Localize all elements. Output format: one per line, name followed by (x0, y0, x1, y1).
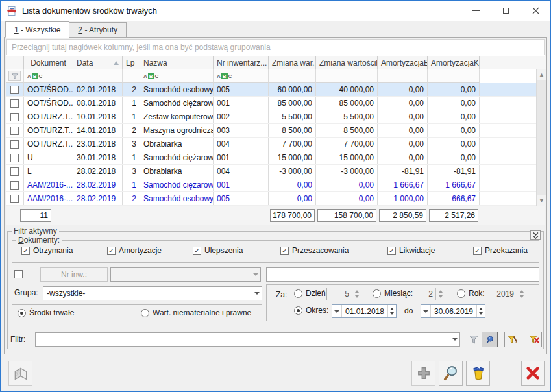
nr-inw-button[interactable]: Nr inw.: (40, 267, 108, 282)
cell-nr: 003 (214, 124, 269, 137)
document-type-checkbox-2[interactable]: Amortyzacje (107, 246, 162, 255)
table-row[interactable]: U30.01.20181Samochód ciężarowy00115 000,… (6, 151, 536, 165)
row-select-cell[interactable] (6, 165, 24, 178)
row-select-cell[interactable] (6, 97, 24, 110)
collapse-filter-button[interactable] (530, 230, 541, 240)
row-select-cell[interactable] (6, 178, 24, 191)
table-row[interactable]: OOT/URZ.T...23.01.20183Obrabiarka0047 70… (6, 138, 536, 151)
miesiac-spinner[interactable]: 2 (413, 288, 445, 300)
filtr-input[interactable] (36, 334, 450, 345)
calendar-dropdown-icon[interactable] (421, 305, 431, 317)
radio-dzien[interactable]: Dzień: (294, 289, 328, 298)
filter-cell-c9[interactable]: = (428, 69, 480, 83)
filter-cell-c5[interactable]: ABC (214, 69, 269, 83)
nr-inw-checkbox[interactable] (14, 270, 23, 278)
row-select-cell[interactable] (6, 83, 24, 96)
table-row[interactable]: AAM/2016-...28.02.20192Samochód osobowy … (6, 192, 536, 206)
row-checkbox[interactable] (10, 181, 19, 190)
table-row[interactable]: OOT/URZ.T...14.01.20182Maszyna ogrodnicz… (6, 124, 536, 138)
column-header-c8[interactable]: AmortyzacjaB (378, 56, 428, 69)
radio-miesiac[interactable]: Miesiąc: (373, 289, 413, 298)
row-select-cell[interactable] (6, 124, 24, 137)
filter-cell-c6[interactable]: = (269, 69, 316, 83)
document-type-checkbox-5[interactable]: Likwidacje (387, 246, 435, 255)
row-checkbox[interactable] (10, 140, 19, 149)
minimize-button[interactable] (461, 1, 491, 21)
row-select-cell[interactable] (6, 192, 24, 205)
group-by-bar[interactable]: Przeciągnij tutaj nagłówek kolumny, jeśl… (6, 39, 545, 55)
scroll-thumb[interactable] (537, 80, 546, 195)
row-filter-button[interactable] (6, 69, 24, 83)
table-row[interactable]: OOT/ŚROD...02.01.20182Samochód osobowy .… (6, 83, 536, 97)
edit-filter-button[interactable] (504, 332, 520, 347)
radio-wartosci-niematerialne[interactable]: Wart. niematerialne i prawne (141, 308, 251, 317)
book-button[interactable] (8, 361, 32, 386)
rok-spinner[interactable]: 2019 (489, 288, 526, 300)
cell-zmiana_b: 8 500,00 (269, 124, 316, 137)
filter-cell-c2[interactable]: = (73, 69, 123, 83)
row-checkbox[interactable] (10, 154, 19, 162)
table-row[interactable]: OOT/URZ.T...10.01.20181Zestaw komputerow… (6, 110, 536, 124)
maximize-button[interactable] (491, 1, 520, 21)
table-row[interactable]: AAM/2016-...28.02.20191Samochód ciężarow… (6, 178, 536, 192)
row-checkbox[interactable] (10, 86, 19, 94)
date-from-picker[interactable]: 01.01.2018 (332, 304, 397, 318)
filter-cell-c1[interactable]: ABC (24, 69, 73, 83)
column-header-c7[interactable]: Zmiana wartościK (316, 56, 378, 69)
clear-filter-button[interactable] (526, 332, 542, 347)
filter-cell-c7[interactable]: = (316, 69, 378, 83)
document-type-checkbox-1[interactable]: Otrzymania (21, 246, 73, 255)
table-row[interactable]: OOT/ŚROD...08.01.20181Samochód ciężarowy… (6, 97, 536, 110)
row-checkbox[interactable] (10, 167, 19, 176)
spinner-arrows-icon[interactable] (352, 288, 361, 300)
filter-cell-c3[interactable]: = (123, 69, 140, 83)
dzien-spinner[interactable]: 5 (326, 288, 361, 300)
nr-inw-combo[interactable] (110, 267, 261, 282)
row-checkbox[interactable] (10, 99, 19, 108)
scroll-down-icon[interactable]: ▼ (537, 195, 547, 206)
spinner-arrows-icon[interactable] (476, 305, 485, 317)
close-window-button[interactable] (520, 1, 550, 21)
row-select-cell[interactable] (6, 110, 24, 123)
tab-wszystkie[interactable]: 1 - Wszystkie (5, 21, 69, 38)
calendar-dropdown-icon[interactable] (332, 305, 342, 317)
spinner-arrows-icon[interactable] (387, 305, 396, 317)
column-header-c9[interactable]: AmortyzacjaK (428, 56, 480, 69)
vertical-scrollbar[interactable]: ▲ ▼ (536, 69, 546, 206)
add-button[interactable] (411, 361, 435, 386)
pin-filter-button[interactable] (482, 332, 498, 347)
row-checkbox[interactable] (10, 195, 19, 203)
row-select-cell[interactable] (6, 138, 24, 151)
column-header-c4[interactable]: Nazwa (140, 56, 214, 69)
table-row[interactable]: L28.02.20183Obrabiarka004-3 000,00-3 000… (6, 165, 536, 178)
row-checkbox[interactable] (10, 113, 19, 121)
nr-inw-value-input[interactable] (266, 267, 539, 282)
document-type-checkbox-6[interactable]: Przekazania (473, 246, 528, 255)
column-header-c5[interactable]: Nr inwentarz... (214, 56, 269, 69)
column-header-c1[interactable]: Dokument (24, 56, 73, 69)
radio-rok[interactable]: Rok: (457, 289, 485, 298)
filter-cell-c8[interactable]: = (378, 69, 428, 83)
column-header-c6[interactable]: Zmiana war... (269, 56, 316, 69)
scroll-up-icon[interactable]: ▲ (537, 69, 547, 80)
row-select-cell[interactable] (6, 151, 24, 164)
filter-cell-c4[interactable]: ABC (140, 69, 214, 83)
close-button[interactable] (521, 361, 545, 386)
filtr-combo[interactable] (35, 332, 460, 347)
radio-okres[interactable]: Okres: (294, 306, 328, 315)
tab-atrybuty[interactable]: 2 - Atrybuty (69, 22, 127, 37)
column-header-select[interactable] (6, 56, 24, 69)
view-button[interactable] (439, 361, 463, 386)
radio-srodki-trwale[interactable]: Środki trwałe (18, 308, 141, 317)
date-to-picker[interactable]: 30.06.2019 (421, 304, 485, 318)
apply-filter-button[interactable] (465, 332, 482, 347)
grupa-combo[interactable]: -wszystkie- (43, 286, 262, 300)
spinner-arrows-icon[interactable] (435, 288, 445, 300)
column-header-c2[interactable]: Data (73, 56, 123, 69)
document-type-checkbox-3[interactable]: Ulepszenia (193, 246, 243, 255)
spinner-arrows-icon[interactable] (517, 288, 526, 300)
column-header-c3[interactable]: Lp (123, 56, 140, 69)
delete-button[interactable] (466, 361, 490, 386)
document-type-checkbox-4[interactable]: Przeszacowania (280, 246, 349, 255)
row-checkbox[interactable] (10, 127, 19, 135)
